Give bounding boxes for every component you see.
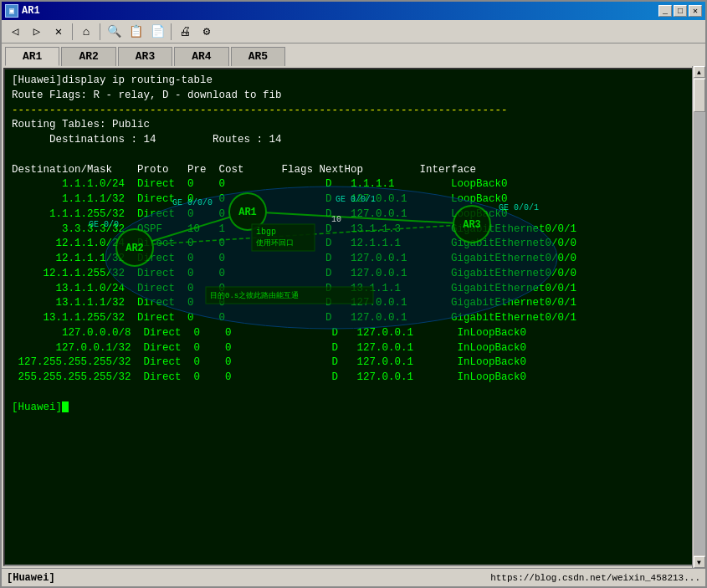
stop-button[interactable]: ✕ [49,23,69,41]
status-bar: [Huawei] https://blog.csdn.net/weixin_45… [2,568,705,586]
terminal-content[interactable]: [Huawei]display ip routing-table Route F… [5,69,702,565]
minimize-button[interactable]: _ [658,5,672,17]
restore-button[interactable]: □ [674,5,687,17]
status-prompt: [Huawei] [7,572,55,584]
scroll-up-button[interactable]: ▲ [694,68,704,78]
window-title: AR1 [22,5,40,17]
copy-button[interactable]: 📋 [126,23,146,41]
close-button[interactable]: ✕ [689,5,702,17]
forward-button[interactable]: ▷ [27,23,47,41]
toolbar-separator-2 [100,23,100,40]
main-window: ▣ AR1 _ □ ✕ ◁ ▷ ✕ ⌂ 🔍 📋 📄 🖨 ⚙ AR1 AR2 AR… [0,0,707,588]
toolbar-separator-3 [171,23,172,40]
tab-ar1[interactable]: AR1 [5,47,59,66]
scroll-track[interactable] [694,79,704,555]
home-button[interactable]: ⌂ [76,23,96,41]
toolbar: ◁ ▷ ✕ ⌂ 🔍 📋 📄 🖨 ⚙ [2,20,705,43]
status-url: https://blog.csdn.net/weixin_458213... [490,573,700,583]
terminal-text: [Huawei]display ip routing-table Route F… [12,74,695,415]
tab-bar: AR1 AR2 AR3 AR4 AR5 [2,43,705,66]
title-controls: _ □ ✕ [658,5,702,17]
title-bar: ▣ AR1 _ □ ✕ [2,2,705,20]
search-button[interactable]: 🔍 [104,23,124,41]
tab-ar4[interactable]: AR4 [174,47,228,66]
terminal-wrapper: [Huawei]display ip routing-table Route F… [3,68,704,566]
tab-ar5[interactable]: AR5 [231,47,285,66]
toolbar-separator-1 [72,23,73,40]
title-bar-left: ▣ AR1 [5,4,40,18]
scroll-thumb[interactable] [694,79,704,112]
back-button[interactable]: ◁ [5,23,25,41]
tab-ar2[interactable]: AR2 [61,47,115,66]
tab-ar3[interactable]: AR3 [118,47,172,66]
print-button[interactable]: 🖨 [175,23,195,41]
scrollbar[interactable]: ▲ ▼ [692,68,704,566]
scroll-down-button[interactable]: ▼ [694,556,704,566]
app-icon: ▣ [5,4,18,18]
settings-button[interactable]: ⚙ [197,23,217,41]
terminal-container: [Huawei]display ip routing-table Route F… [2,66,705,568]
paste-button[interactable]: 📄 [147,23,167,41]
